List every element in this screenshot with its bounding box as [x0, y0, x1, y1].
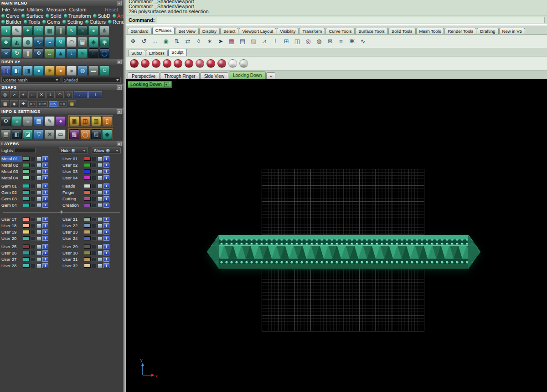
layer-color-swatch[interactable] [84, 163, 91, 167]
layer-color-swatch[interactable] [23, 163, 30, 167]
snap-mid-icon[interactable]: + [19, 91, 27, 98]
menu-item[interactable]: Utilities [27, 7, 43, 12]
lock-object-icon[interactable]: ⊠ [325, 37, 335, 46]
print-icon[interactable]: ▤ [238, 37, 247, 46]
layer-material-icon[interactable] [98, 264, 103, 268]
layer-material-icon[interactable] [98, 197, 103, 201]
gold-ball-icon[interactable]: ● [56, 66, 66, 76]
toolbar-tab[interactable]: Visibility [277, 28, 299, 34]
layer-material-icon[interactable] [98, 169, 103, 174]
ortho-button[interactable]: ⌐ [74, 91, 88, 98]
monitor-icon[interactable]: ▭ [56, 129, 66, 139]
probe-icon[interactable]: ✕ [45, 129, 55, 139]
layer-color-swatch[interactable] [84, 176, 91, 180]
layer-lock-icon[interactable] [31, 176, 36, 180]
array-icon[interactable]: ∗ [1, 48, 11, 58]
layer-user-30[interactable]: User 30 I [62, 250, 120, 256]
layer-info-button[interactable]: I [42, 263, 48, 268]
layer-user-18[interactable]: User 18 I [1, 223, 59, 229]
layer-color-swatch[interactable] [23, 157, 30, 161]
layer-lock-icon[interactable] [31, 169, 36, 174]
layer-color-swatch[interactable] [84, 251, 91, 255]
shaded-view-icon[interactable]: ◧ [12, 66, 22, 76]
layer-material-icon[interactable] [36, 264, 41, 268]
viewport-tab[interactable]: Perspective [128, 72, 160, 79]
reset-link[interactable]: Reset [105, 7, 118, 12]
menu-item[interactable]: Custom [69, 7, 87, 12]
layer-lock-icon[interactable] [92, 264, 97, 268]
gumball-icon[interactable]: ◉ [161, 37, 170, 46]
layer-info-button[interactable]: I [42, 190, 48, 195]
layer-info-button[interactable]: I [103, 163, 109, 168]
layer-gem-02[interactable]: Gem 02 I [1, 189, 59, 195]
viewport-title-dropdown[interactable]: Looking Down [128, 81, 172, 88]
layer-material-icon[interactable] [36, 184, 41, 188]
hide-object-icon[interactable]: ◍ [315, 37, 324, 46]
move-icon[interactable]: ✥ [34, 48, 44, 58]
layer-user-24[interactable]: User 24 I [62, 235, 120, 241]
record-history-icon[interactable]: ◎ [304, 37, 313, 46]
layer-lock-icon[interactable] [31, 163, 36, 168]
layer-user-02[interactable]: User 02 I [62, 162, 120, 168]
triangle-cplane-icon[interactable]: ⊿ [260, 37, 269, 46]
layer-lock-icon[interactable] [31, 190, 36, 195]
layer-color-swatch[interactable] [23, 197, 30, 201]
viewport-tab[interactable]: Looking Down [229, 71, 266, 79]
named-view-icon[interactable]: ⌘ [347, 37, 356, 46]
layer-finger[interactable]: Finger I [62, 189, 120, 195]
layer-material-icon[interactable] [36, 169, 41, 174]
layer-metal-02[interactable]: Metal 02 I [1, 162, 59, 168]
layer-lock-icon[interactable] [92, 257, 97, 262]
layer-lock-icon[interactable] [92, 203, 97, 208]
toolbar-tab[interactable]: Drafting [477, 28, 498, 34]
gem-teal-icon[interactable]: ◆ [102, 129, 112, 139]
snap-perpendicular-icon[interactable]: ⊥ [46, 91, 55, 98]
layer-material-icon[interactable] [98, 230, 103, 234]
layer-lock-icon[interactable] [92, 190, 97, 195]
axis-move-icon[interactable]: ⇅ [172, 37, 181, 46]
grid-tool-icon[interactable]: ▦ [45, 25, 55, 36]
layer-color-swatch[interactable] [23, 264, 30, 268]
layer-material-icon[interactable] [36, 197, 41, 201]
window-yellow-icon[interactable]: ▣ [69, 116, 79, 126]
close-icon[interactable]: × [117, 85, 122, 90]
layer-color-swatch[interactable] [84, 203, 91, 207]
toolbar-tab[interactable]: Transform [299, 28, 325, 34]
render-ball-icon[interactable]: ◉ [99, 37, 109, 47]
layer-color-swatch[interactable] [23, 217, 30, 221]
layer-info-button[interactable]: I [103, 175, 109, 180]
snap-quadrant-icon[interactable]: ◇ [65, 91, 73, 98]
layer-state-icon[interactable]: ≡ [336, 37, 346, 46]
layer-material-icon[interactable] [98, 257, 103, 262]
window-orange-icon[interactable]: ◫ [80, 116, 90, 126]
layer-lock-icon[interactable] [92, 236, 97, 241]
category-item[interactable]: Setting [62, 19, 83, 25]
toolbar-tab[interactable]: Render Tools [444, 28, 476, 34]
layer-info-button[interactable]: I [103, 203, 109, 208]
layer-user-04[interactable]: User 04 I [62, 175, 120, 181]
sculpt-pinch-icon[interactable] [185, 59, 193, 68]
mesh-mode-dropdown[interactable]: Coarse Mesh [1, 77, 60, 83]
layer-user-22[interactable]: User 22 I [62, 223, 120, 229]
loft-icon[interactable]: ◆ [1, 37, 11, 47]
layer-lock-icon[interactable] [31, 224, 36, 228]
planar-icon[interactable]: ◫ [293, 37, 302, 46]
layer-color-swatch[interactable] [23, 236, 30, 240]
layer-material-icon[interactable] [98, 163, 103, 168]
layer-color-swatch[interactable] [23, 184, 30, 188]
sketch-icon[interactable]: ✎ [12, 25, 22, 36]
layer-gem-01[interactable]: Gem 01 I [1, 183, 59, 189]
layer-color-swatch[interactable] [84, 236, 91, 240]
set-origin-icon[interactable]: ∗ [205, 37, 214, 46]
layer-lock-icon[interactable] [92, 169, 97, 174]
layer-material-icon[interactable] [98, 184, 103, 188]
close-icon[interactable]: × [117, 1, 122, 5]
layer-user-17[interactable]: User 17 I [1, 216, 59, 222]
contour-icon[interactable]: ≈ [77, 25, 88, 36]
layer-lock-icon[interactable] [92, 217, 97, 222]
layer-info-button[interactable]: I [42, 169, 48, 174]
layer-info-button[interactable]: I [103, 244, 109, 249]
layer-lock-icon[interactable] [92, 251, 97, 255]
layer-material-icon[interactable] [98, 224, 103, 228]
floor-icon[interactable]: ▬ [88, 66, 98, 76]
